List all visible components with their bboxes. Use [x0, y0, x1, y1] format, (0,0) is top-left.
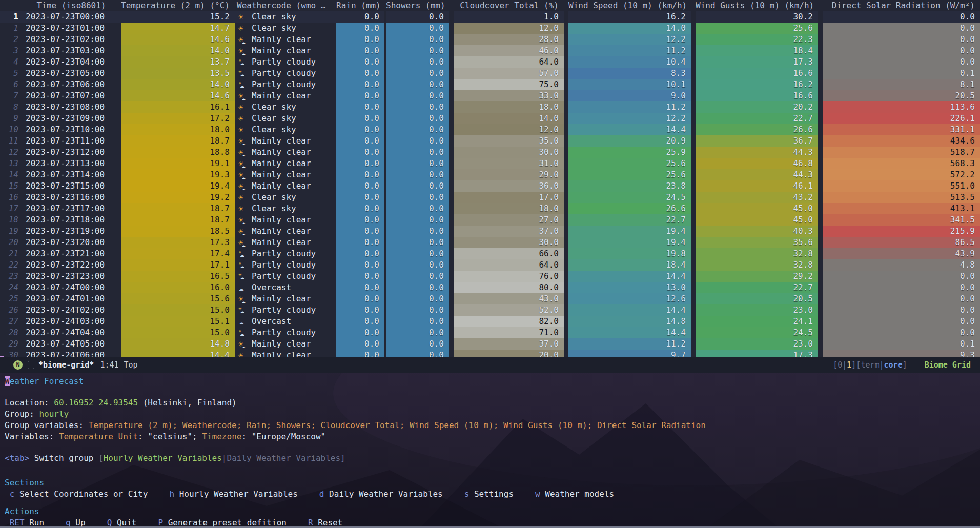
- table-row[interactable]: 142023-07-23T14:0019.3☀☁Mainly clear0.00…: [0, 169, 980, 180]
- table-row[interactable]: 52023-07-23T05:0013.5☀☁Partly cloudy0.00…: [0, 68, 980, 79]
- weather-label: Mainly clear: [252, 214, 311, 226]
- weather-label: Mainly clear: [252, 226, 311, 237]
- tab-switch-segment[interactable]: Hourly Weather Variables: [104, 453, 222, 463]
- line-number: 3: [0, 45, 22, 56]
- line-number: 5: [0, 68, 22, 79]
- cell-solar: 0.0: [818, 34, 980, 45]
- cell-weathercode: ☀☁Partly cloudy: [235, 327, 336, 338]
- cell-showers: 0.0: [384, 304, 449, 316]
- sections-keybinds: c Select Coordinates or Cityh Hourly Wea…: [5, 489, 980, 500]
- table-row[interactable]: 172023-07-23T17:0018.7☀Clear sky0.00.018…: [0, 203, 980, 214]
- cell-rain: 0.0: [336, 147, 384, 158]
- keybind-key[interactable]: w: [535, 489, 540, 499]
- keybind-key[interactable]: h: [169, 489, 174, 499]
- cell-weathercode: ☀☁Mainly clear: [235, 147, 336, 158]
- table-row[interactable]: 262023-07-24T02:0015.0☀☁Partly cloudy0.0…: [0, 304, 980, 316]
- cell-showers: 0.0: [384, 338, 449, 350]
- cell-weathercode: ☀☁Mainly clear: [235, 180, 336, 192]
- section-d[interactable]: d Daily Weather Variables: [319, 489, 443, 500]
- modeline-right: [0|1][term|core] Biome Grid: [833, 360, 974, 370]
- cell-wind: 9.0: [564, 90, 691, 101]
- modeline-segment: core: [884, 360, 903, 370]
- cell-wind: 10.1: [564, 79, 691, 90]
- table-row[interactable]: 302023-07-24T06:0014.4☀☁Mainly clear0.00…: [0, 350, 980, 357]
- cell-gusts: 46.1: [691, 180, 818, 192]
- cell-gusts: 26.6: [691, 124, 818, 135]
- tab-switch-line[interactable]: <tab> Switch group [Hourly Weather Varia…: [5, 453, 980, 464]
- table-row[interactable]: 42023-07-23T04:0013.7☀☁Partly cloudy0.00…: [0, 56, 980, 68]
- line-number: 8: [0, 101, 22, 113]
- cell-solar: 215.9: [818, 226, 980, 237]
- group-variables-segment: Temperature (2 m); Weathercode; Rain; Sh…: [89, 420, 706, 430]
- weather-partly-icon: ☀☁: [238, 249, 249, 259]
- column-header-5: Showers (mm): [384, 0, 449, 11]
- keybind-key[interactable]: c: [10, 489, 15, 499]
- cell-cloud: 35.0: [449, 135, 564, 147]
- table-row[interactable]: 252023-07-24T01:0015.6☀☁Mainly clear0.00…: [0, 293, 980, 304]
- section-c[interactable]: c Select Coordinates or City: [10, 489, 148, 500]
- table-row[interactable]: 32023-07-23T03:0014.0☀☁Mainly clear0.00.…: [0, 45, 980, 56]
- table-row[interactable]: 132023-07-23T13:0019.1☀☁Mainly clear0.00…: [0, 158, 980, 169]
- table-row[interactable]: 92023-07-23T09:0017.2☀Clear sky0.00.014.…: [0, 113, 980, 124]
- cell-wind: 18.4: [564, 259, 691, 271]
- table-row[interactable]: 62023-07-23T06:0014.0☀☁Partly cloudy0.00…: [0, 79, 980, 90]
- cell-weathercode: ☀☁Mainly clear: [235, 338, 336, 350]
- section-h[interactable]: h Hourly Weather Variables: [169, 489, 297, 500]
- cell-solar: 0.0: [818, 45, 980, 56]
- cell-wind: 22.7: [564, 214, 691, 226]
- tab-switch-segment: |: [222, 453, 227, 463]
- table-row[interactable]: 12023-07-23T00:0015.2☀Clear sky0.00.01.0…: [0, 11, 980, 23]
- table-row[interactable]: 242023-07-24T00:0016.0☁Overcast0.00.080.…: [0, 282, 980, 293]
- table-row[interactable]: 112023-07-23T11:0018.7☀☁Mainly clear0.00…: [0, 135, 980, 147]
- keybind-label: Hourly Weather Variables: [174, 489, 298, 499]
- table-row[interactable]: 192023-07-23T19:0018.5☀☁Mainly clear0.00…: [0, 226, 980, 237]
- cell-showers: 0.0: [384, 34, 449, 45]
- keybind-label: Settings: [469, 489, 514, 499]
- section-s[interactable]: s Settings: [464, 489, 514, 500]
- table-row[interactable]: 282023-07-24T04:0015.0☀☁Partly cloudy0.0…: [0, 327, 980, 338]
- section-w[interactable]: w Weather models: [535, 489, 614, 500]
- cell-gusts: 45.0: [691, 214, 818, 226]
- cell-showers: 0.0: [384, 23, 449, 34]
- cell-wind: 14.4: [564, 304, 691, 316]
- table-row[interactable]: 232023-07-23T23:0016.5☀☁Partly cloudy0.0…: [0, 271, 980, 282]
- table-row[interactable]: 222023-07-23T22:0017.1☀☁Partly cloudy0.0…: [0, 259, 980, 271]
- table-row[interactable]: 22023-07-23T02:0014.6☀☁Mainly clear0.00.…: [0, 34, 980, 45]
- cell-solar: 513.5: [818, 192, 980, 203]
- buffer-name[interactable]: *biome-grid*: [38, 360, 94, 370]
- table-row[interactable]: 162023-07-23T16:0019.2☀Clear sky0.00.017…: [0, 192, 980, 203]
- cell-solar: 518.7: [818, 147, 980, 158]
- table-row[interactable]: 122023-07-23T12:0018.8☀☁Mainly clear0.00…: [0, 147, 980, 158]
- keybind-key[interactable]: s: [464, 489, 469, 499]
- table-row[interactable]: 82023-07-23T08:0016.1☀Clear sky0.00.018.…: [0, 101, 980, 113]
- weather-clear-icon: ☀: [238, 192, 249, 203]
- table-row[interactable]: 182023-07-23T18:0018.7☀☁Mainly clear0.00…: [0, 214, 980, 226]
- cell-rain: 0.0: [336, 203, 384, 214]
- weather-mainly-icon: ☀☁: [238, 91, 249, 101]
- cell-rain: 0.0: [336, 34, 384, 45]
- cell-cloud: 20.0: [449, 350, 564, 357]
- table-row[interactable]: 272023-07-24T03:0015.1☁Overcast0.00.082.…: [0, 316, 980, 327]
- table-row[interactable]: 72023-07-23T07:0014.6☀☁Mainly clear0.00.…: [0, 90, 980, 101]
- cell-rain: 0.0: [336, 101, 384, 113]
- weather-mainly-icon: ☀☁: [238, 237, 249, 248]
- line-number: 12: [0, 147, 22, 158]
- cell-rain: 0.0: [336, 237, 384, 248]
- weather-label: Mainly clear: [252, 90, 311, 101]
- table-row[interactable]: 102023-07-23T10:0018.0☀Clear sky0.00.012…: [0, 124, 980, 135]
- weather-mainly-icon: ☀☁: [238, 34, 249, 45]
- cell-weathercode: ☀☁Partly cloudy: [235, 56, 336, 68]
- cell-solar: 0.0: [818, 23, 980, 34]
- cell-gusts: 16.6: [691, 68, 818, 79]
- table-row[interactable]: 212023-07-23T21:0017.4☀☁Partly cloudy0.0…: [0, 248, 980, 259]
- table-row[interactable]: 12023-07-23T01:0014.7☀Clear sky0.00.012.…: [0, 23, 980, 34]
- table-row[interactable]: 202023-07-23T20:0017.3☀☁Mainly clear0.00…: [0, 237, 980, 248]
- cell-cloud: 30.0: [449, 147, 564, 158]
- tab-switch-segment: ]: [340, 453, 345, 463]
- table-row[interactable]: 292023-07-24T05:0014.8☀☁Mainly clear0.00…: [0, 338, 980, 350]
- panel-title-segment: W: [5, 376, 10, 386]
- tab-switch-segment: Daily Weather Variables: [227, 453, 341, 463]
- table-row[interactable]: 152023-07-23T15:0019.4☀☁Mainly clear0.00…: [0, 180, 980, 192]
- weather-mainly-icon: ☀☁: [238, 226, 249, 237]
- panel-content: Weather Forecast Location: 60.16952 24.9…: [0, 373, 980, 528]
